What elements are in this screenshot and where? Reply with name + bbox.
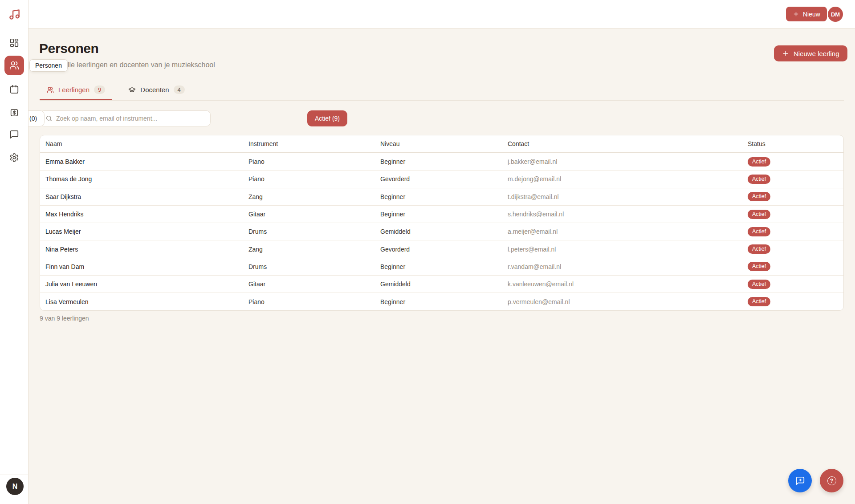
people-icon <box>47 86 54 93</box>
student-name: Emma Bakker <box>40 158 248 165</box>
column-header-status: Status <box>748 140 843 147</box>
branding-badge[interactable]: N <box>6 478 24 495</box>
sidebar-item-agenda[interactable] <box>4 80 24 99</box>
column-header-instrument: Instrument <box>248 140 380 147</box>
student-instrument: Piano <box>248 158 380 165</box>
status-badge: Actief <box>748 280 770 289</box>
table-row[interactable]: Lisa Vermeulen Piano Beginner p.vermeule… <box>40 293 843 310</box>
tab-docenten[interactable]: Docenten 4 <box>121 82 191 100</box>
student-level: Beginner <box>380 158 508 165</box>
plus-icon <box>793 11 799 17</box>
topbar: Nieuw DM <box>0 0 855 28</box>
status-badge: Actief <box>748 227 770 236</box>
tooltip: Personen <box>29 59 68 72</box>
user-avatar[interactable]: DM <box>828 7 843 22</box>
student-instrument: Piano <box>248 298 380 305</box>
status-badge: Actief <box>748 244 770 254</box>
student-instrument: Zang <box>248 246 380 253</box>
music-note-logo-icon[interactable] <box>6 8 22 20</box>
table-row[interactable]: Julia van Leeuwen Gitaar Gemiddeld k.van… <box>40 275 843 293</box>
app-page: Nieuw DM N Personen al <box>0 0 855 504</box>
search-icon <box>45 115 53 122</box>
student-instrument: Gitaar <box>248 211 380 218</box>
billing-icon <box>9 108 19 118</box>
student-name: Thomas de Jong <box>40 175 248 183</box>
student-email: m.dejong@email.nl <box>508 175 748 183</box>
tab-leerlingen[interactable]: Leerlingen 9 <box>40 82 112 100</box>
table-row[interactable]: Finn van Dam Drums Beginner r.vandam@ema… <box>40 258 843 275</box>
dashboard-icon <box>9 38 19 48</box>
sidebar-item-dashboard[interactable] <box>4 33 24 53</box>
chat-plus-icon <box>795 476 805 486</box>
students-table: Naam Instrument Niveau Contact Status Em… <box>40 135 844 311</box>
column-header-contact: Contact <box>508 140 748 147</box>
student-email: l.peters@email.nl <box>508 246 748 253</box>
student-email: r.vandam@email.nl <box>508 263 748 270</box>
status-badge: Actief <box>748 157 770 167</box>
page-title: Personen <box>39 41 99 56</box>
table-body: Emma Bakker Piano Beginner j.bakker@emai… <box>40 153 843 310</box>
student-email: k.vanleeuwen@email.nl <box>508 280 748 288</box>
status-badge: Actief <box>748 192 770 201</box>
sidebar-item-instellingen[interactable] <box>4 148 24 167</box>
student-instrument: Piano <box>248 175 380 183</box>
calendar-icon <box>9 85 19 94</box>
sidebar-item-personen[interactable] <box>4 56 24 75</box>
student-level: Gemiddeld <box>380 280 508 288</box>
student-instrument: Gitaar <box>248 280 380 288</box>
filter-actief-button[interactable]: Actief (9) <box>307 110 347 126</box>
settings-icon <box>9 153 19 163</box>
sidebar-item-facturen[interactable] <box>4 103 24 122</box>
tab-count-badge: 4 <box>174 85 185 94</box>
table-row[interactable]: Nina Peters Zang Gevorderd l.peters@emai… <box>40 240 843 257</box>
branding-badge-letter: N <box>12 483 18 491</box>
student-email: p.vermeulen@email.nl <box>508 298 748 305</box>
page-subtitle: alle leerlingen en docenten van je muzie… <box>64 61 215 69</box>
table-row[interactable]: Saar Dijkstra Zang Beginner t.dijkstra@e… <box>40 188 843 205</box>
student-level: Beginner <box>380 298 508 305</box>
graduation-cap-icon <box>128 86 136 93</box>
student-email: t.dijkstra@email.nl <box>508 193 748 200</box>
tab-bar: Leerlingen 9 Docenten 4 <box>40 82 844 101</box>
tab-label: Leerlingen <box>58 86 90 93</box>
tab-count-badge: 9 <box>94 85 105 94</box>
student-instrument: Zang <box>248 193 380 200</box>
new-button[interactable]: Nieuw <box>786 7 827 21</box>
search-box <box>40 110 211 126</box>
messages-icon <box>9 130 19 139</box>
result-count: 9 van 9 leerlingen <box>40 315 89 322</box>
new-student-button[interactable]: Nieuwe leerling <box>774 45 847 61</box>
status-badge: Actief <box>748 175 770 184</box>
question-mark-icon: ? <box>827 476 836 485</box>
people-icon <box>9 61 19 70</box>
student-instrument: Drums <box>248 263 380 270</box>
table-row[interactable]: Max Hendriks Gitaar Beginner s.hendriks@… <box>40 205 843 223</box>
feedback-fab[interactable] <box>788 469 812 492</box>
student-email: a.meijer@email.nl <box>508 228 748 235</box>
table-row[interactable]: Thomas de Jong Piano Gevorderd m.dejong@… <box>40 170 843 187</box>
tab-label: Docenten <box>140 86 169 93</box>
student-name: Lucas Meijer <box>40 228 248 235</box>
student-name: Lisa Vermeulen <box>40 298 248 305</box>
student-name: Nina Peters <box>40 246 248 253</box>
student-name: Saar Dijkstra <box>40 193 248 200</box>
table-row[interactable]: Lucas Meijer Drums Gemiddeld a.meijer@em… <box>40 223 843 240</box>
student-name: Max Hendriks <box>40 211 248 218</box>
student-email: j.bakker@email.nl <box>508 158 748 165</box>
search-input[interactable] <box>56 111 210 126</box>
table-header-row: Naam Instrument Niveau Contact Status <box>40 135 843 153</box>
student-name: Julia van Leeuwen <box>40 280 248 288</box>
sidebar-item-berichten[interactable] <box>4 125 24 144</box>
tooltip-label: Personen <box>35 62 62 69</box>
student-email: s.hendriks@email.nl <box>508 211 748 218</box>
student-level: Gevorderd <box>380 175 508 183</box>
plus-icon <box>782 50 789 57</box>
student-level: Beginner <box>380 193 508 200</box>
student-level: Gemiddeld <box>380 228 508 235</box>
avatar-initials: DM <box>831 11 840 18</box>
table-row[interactable]: Emma Bakker Piano Beginner j.bakker@emai… <box>40 153 843 170</box>
help-fab[interactable]: ? <box>820 469 843 492</box>
student-name: Finn van Dam <box>40 263 248 270</box>
new-student-button-label: Nieuwe leerling <box>794 50 839 57</box>
status-badge: Actief <box>748 297 770 306</box>
